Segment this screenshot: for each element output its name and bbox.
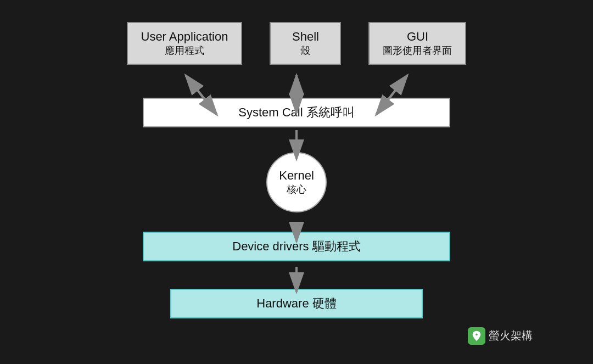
shell-zh: 殼 — [284, 44, 327, 57]
watermark: 螢火架構 — [468, 327, 533, 345]
kernel-zh: 核心 — [287, 183, 306, 196]
user-app-zh: 應用程式 — [141, 44, 228, 57]
watermark-icon — [468, 327, 485, 345]
shell-box: Shell 殼 — [270, 22, 341, 65]
shell-en: Shell — [284, 30, 327, 44]
kernel-en: Kernel — [279, 169, 314, 183]
hardware-en: Hardware 硬體 — [256, 296, 337, 310]
gui-en: GUI — [383, 30, 452, 44]
drivers-en: Device drivers 驅動程式 — [232, 239, 361, 253]
user-app-box: User Application 應用程式 — [127, 22, 243, 65]
kernel-circle: Kernel 核心 — [266, 152, 327, 212]
gui-zh: 圖形使用者界面 — [383, 44, 452, 57]
syscall-en: System Call 系統呼叫 — [238, 105, 354, 119]
drivers-bar: Device drivers 驅動程式 — [143, 232, 450, 261]
syscall-bar: System Call 系統呼叫 — [143, 98, 450, 127]
diagram-container: User Application 應用程式 Shell 殼 GUI 圖形使用者界… — [49, 12, 544, 352]
gui-box: GUI 圖形使用者界面 — [368, 22, 466, 65]
top-row: User Application 應用程式 Shell 殼 GUI 圖形使用者界… — [127, 22, 467, 65]
watermark-text: 螢火架構 — [489, 328, 533, 343]
hardware-bar: Hardware 硬體 — [170, 289, 423, 318]
user-app-en: User Application — [141, 30, 228, 44]
